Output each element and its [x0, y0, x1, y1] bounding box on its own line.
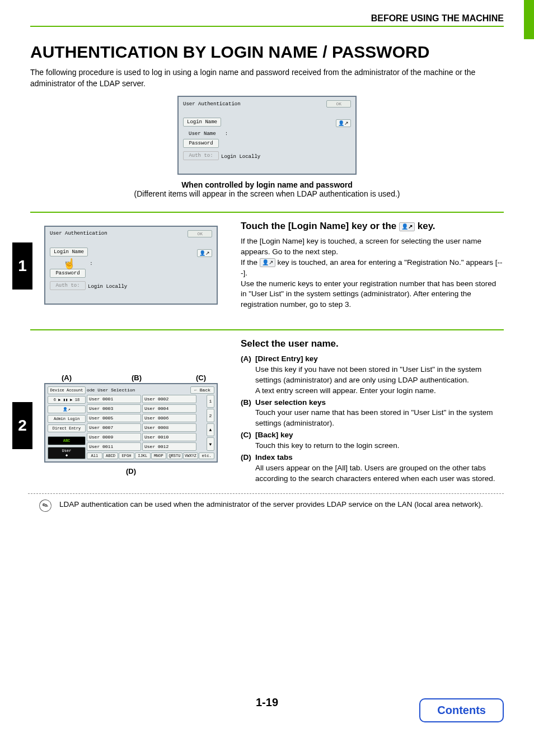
intro-text: The following procedure is used to log i…	[30, 67, 504, 89]
index-tab: EFGH	[119, 452, 134, 459]
user-key: User 0010	[142, 433, 196, 441]
ldap-note: LDAP authentication can be used when the…	[59, 500, 483, 510]
scroll-up-icon: ▲	[207, 423, 214, 437]
caption-bold: When controlled by login name and passwo…	[30, 180, 504, 189]
user-arrow-icon: 👤↗	[260, 258, 275, 267]
user-key: User 0006	[142, 414, 196, 422]
user-arrow-icon: 👤↗	[336, 119, 351, 127]
index-tab: etc.	[199, 452, 214, 459]
ok-button: OK	[188, 230, 212, 237]
step-2-number: 2	[12, 402, 32, 449]
index-tab: MNOP	[151, 452, 167, 459]
label-c: (C)	[184, 374, 218, 382]
user-arrow-icon: 👤↗	[48, 405, 86, 413]
auth-target: Login Locally	[221, 154, 260, 160]
user-key: User 0005	[87, 414, 141, 422]
index-tab: ABCD	[103, 452, 119, 459]
index-tab: QRSTU	[167, 452, 182, 459]
index-tab: IJKL	[135, 452, 151, 459]
user-key: User 0009	[87, 433, 141, 441]
user-key: User 0011	[87, 442, 141, 451]
breadcrumb: 6 ▶ ▮▮ ▶ 18	[48, 396, 86, 404]
admin-login-button: Admin Login	[48, 415, 86, 423]
def-d-title: Index tabs	[255, 453, 293, 461]
def-b-title: User selection keys	[255, 398, 326, 407]
pencil-icon: ✎	[37, 497, 53, 514]
user-select-mockup: Device Account 6 ▶ ▮▮ ▶ 18 👤↗ Admin Logi…	[44, 383, 218, 463]
user-key: User 0007	[87, 423, 141, 432]
index-tab: VWXYZ	[183, 452, 199, 459]
def-a-title: [Direct Entry] key	[255, 354, 318, 363]
user-key: User 0008	[142, 423, 196, 432]
caption-note: (Different items will appear in the scre…	[30, 189, 504, 198]
user-key: User 0012	[142, 442, 196, 451]
ok-button: OK	[326, 100, 351, 108]
password-button: Password	[183, 139, 219, 148]
step-2: 2 (A) (B) (C) Device Account 6 ▶ ▮▮ ▶ 18…	[30, 329, 504, 520]
user-arrow-icon: 👤↗	[399, 222, 415, 231]
index-tab: All	[87, 452, 102, 459]
device-account: Device Account	[48, 386, 86, 394]
login-name-button: Login Name	[50, 248, 88, 256]
auth-mockup-top: User Authentication OK Login Name 👤↗ Use…	[177, 96, 357, 175]
auth-mockup-step1: User Authentication OK Login Name 👤↗ ☝ U…	[44, 226, 218, 305]
page-1: 1	[207, 395, 214, 408]
step-1-heading: Touch the [Login Name] key or the 👤↗ key…	[241, 220, 504, 233]
page-2: 2	[207, 409, 214, 422]
step1-text3: Use the numeric keys to enter your regis…	[241, 279, 504, 311]
contents-button[interactable]: Contents	[419, 698, 504, 722]
scroll-down-icon: ▼	[207, 437, 214, 451]
login-name-button: Login Name	[183, 118, 221, 127]
user-key: User 0002	[142, 395, 196, 403]
hand-cursor-icon: ☝	[63, 258, 76, 270]
step1-text2: If the 👤↗ key is touched, an area for en…	[241, 258, 504, 279]
abc-button: ABC	[48, 436, 86, 445]
def-d-text: All users appear on the [All] tab. Users…	[255, 464, 495, 483]
label-a: (A)	[44, 374, 89, 382]
page-title: AUTHENTICATION BY LOGIN NAME / PASSWORD	[30, 43, 504, 62]
header-divider	[30, 26, 504, 27]
user-name-label: User Name	[189, 131, 216, 137]
user-key: User 0004	[142, 404, 196, 413]
def-b-text: Touch your user name that has been store…	[255, 408, 493, 427]
def-c-text: Touch this key to return to the login sc…	[255, 441, 399, 450]
user-arrow-icon: 👤↗	[197, 249, 212, 257]
section-tab	[524, 0, 534, 39]
def-c-title: [Back] key	[255, 431, 293, 439]
dashed-separator	[28, 493, 504, 494]
step-1: 1 User Authentication OK Login Name 👤↗ ☝	[30, 212, 504, 319]
step-1-number: 1	[12, 242, 32, 290]
mock-title: User Authentication	[183, 101, 241, 107]
step-2-heading: Select the user name.	[241, 337, 504, 351]
user-key: User 0003	[87, 404, 141, 413]
selection-title: ode User Selection	[87, 388, 135, 393]
user-key: User 0001	[87, 395, 141, 403]
label-d: (D)	[44, 467, 218, 475]
auth-to-button: Auth to:	[183, 151, 219, 160]
step1-text1: If the [Login Name] key is touched, a sc…	[241, 236, 504, 258]
label-b: (B)	[89, 374, 184, 382]
direct-entry-button: Direct Entry	[48, 424, 86, 432]
back-button: ← Back	[190, 386, 214, 394]
auth-to-button: Auth to:	[50, 281, 86, 290]
password-button: Password	[50, 269, 86, 278]
header-section: BEFORE USING THE MACHINE	[30, 13, 504, 24]
user-sort-button: User◆	[48, 447, 86, 459]
def-a-text: Use this key if you have not been stored…	[255, 365, 481, 384]
